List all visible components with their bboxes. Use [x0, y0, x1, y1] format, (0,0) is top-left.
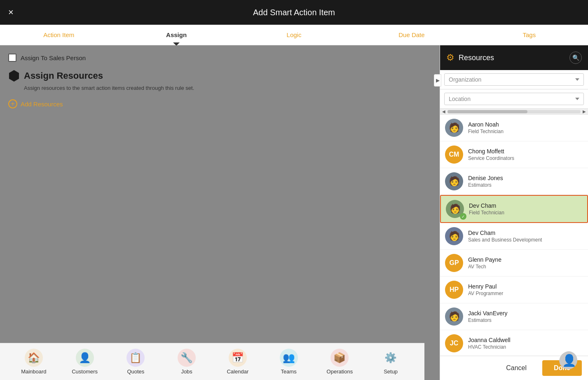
left-panel: Assign To Sales Person Assign Resources …	[0, 45, 440, 380]
nav-label-setup: Setup	[384, 368, 398, 375]
nav-label-operations: Operations	[327, 368, 353, 375]
search-button[interactable]: 🔍	[569, 52, 582, 64]
hexagon-icon	[8, 70, 20, 82]
add-resources-label: Add Resources	[21, 101, 63, 108]
resource-role-dev-cham-sales: Sales and Business Development	[468, 237, 583, 243]
organization-select[interactable]: Organization	[444, 73, 584, 86]
tab-assign[interactable]: Assign	[117, 25, 235, 45]
setup-icon: ⚙️	[384, 352, 397, 364]
avatar-initials-henry-paul: HP	[445, 281, 463, 299]
avatar-initials-joanna-caldwell: JC	[445, 334, 463, 352]
assign-sales-person-checkbox[interactable]	[8, 54, 16, 62]
resource-item-dev-cham-sales[interactable]: 🧑 Dev Cham Sales and Business Developmen…	[440, 223, 588, 250]
resource-role-aaron-noah: Field Technician	[468, 129, 583, 134]
resource-name-glenn-payne: Glenn Payne	[468, 256, 583, 263]
resource-role-denise-jones: Estimators	[468, 182, 583, 188]
plus-icon: +	[8, 99, 17, 108]
location-select[interactable]: Location	[444, 93, 584, 105]
resource-info-glenn-payne: Glenn Payne AV Tech	[468, 256, 583, 270]
user-avatar[interactable]	[559, 351, 580, 372]
nav-item-mainboard[interactable]: 🏠 Mainboard	[19, 349, 48, 375]
resource-info-dev-cham-ft: Dev Cham Field Technician	[469, 202, 582, 216]
avatar-photo-dev-cham-sales: 🧑	[445, 227, 463, 245]
resource-name-aaron-noah: Aaron Noah	[468, 121, 583, 128]
resource-role-jacki-vanevery: Estimators	[468, 317, 583, 323]
assign-sales-person-row: Assign To Sales Person	[8, 54, 431, 62]
customers-icon: 👤	[79, 352, 91, 364]
avatar-initials-chong-moffett: CM	[445, 145, 463, 164]
nav-item-quotes[interactable]: 📋 Quotes	[121, 349, 150, 375]
modal-overlay: × Add Smart Action Item Action Item Assi…	[0, 0, 588, 380]
nav-item-operations[interactable]: 📦 Operations	[325, 349, 354, 375]
bottom-nav: 🏠 Mainboard 👤 Customers 📋 Quotes 🔧 Jobs …	[0, 343, 424, 380]
nav-item-setup[interactable]: ⚙️ Setup	[376, 349, 405, 375]
search-icon: 🔍	[572, 54, 579, 61]
cancel-button[interactable]: Cancel	[494, 360, 538, 376]
tab-logic[interactable]: Logic	[235, 25, 353, 45]
modal-header: × Add Smart Action Item	[0, 0, 588, 25]
resources-panel-header: ⚙ Resources 🔍	[440, 45, 588, 70]
resource-info-chong-moffett: Chong Moffett Service Coordinators	[468, 148, 583, 161]
resource-item-henry-paul[interactable]: HP Henry Paul AV Programmer	[440, 277, 588, 303]
avatar-photo-jacki-vanevery: 🧑	[445, 307, 463, 326]
avatar-photo-aaron-noah: 🧑	[445, 119, 463, 137]
nav-item-calendar[interactable]: 📅 Calendar	[223, 349, 252, 375]
close-button[interactable]: ×	[8, 8, 14, 17]
tab-tags[interactable]: Tags	[471, 25, 588, 45]
assign-resources-title-text: Assign Resources	[24, 70, 103, 81]
modal-title: Add Smart Action Item	[253, 8, 335, 17]
resource-role-chong-moffett: Service Coordinators	[468, 155, 583, 161]
avatar-initials-glenn-payne: GP	[445, 254, 463, 272]
teams-icon: 👥	[283, 352, 295, 364]
resource-name-dev-cham-sales: Dev Cham	[468, 230, 583, 236]
resource-name-jacki-vanevery: Jacki VanEvery	[468, 310, 583, 317]
nav-label-jobs: Jobs	[181, 368, 192, 375]
nav-item-jobs[interactable]: 🔧 Jobs	[172, 349, 201, 375]
resource-name-henry-paul: Henry Paul	[468, 283, 583, 290]
organization-filter-row: Organization	[440, 70, 588, 89]
resource-item-jacki-vanevery[interactable]: 🧑 Jacki VanEvery Estimators	[440, 303, 588, 330]
scroll-right-arrow[interactable]: ▶	[583, 109, 586, 114]
assign-resources-desc: Assign resources to the smart action ite…	[24, 85, 431, 91]
resource-info-henry-paul: Henry Paul AV Programmer	[468, 283, 583, 296]
assign-resources-header: Assign Resources	[8, 70, 431, 82]
tabs-bar: Action Item Assign Logic Due Date Tags	[0, 25, 588, 45]
nav-icon-quotes: 📋	[127, 349, 145, 367]
quotes-icon: 📋	[129, 352, 142, 364]
resource-item-denise-jones[interactable]: 🧑 Denise Jones Estimators	[440, 168, 588, 195]
right-panel: ⚙ Resources 🔍 ▶ Organization Location	[440, 45, 588, 380]
jobs-icon: 🔧	[180, 352, 193, 364]
resource-info-aaron-noah: Aaron Noah Field Technician	[468, 121, 583, 134]
resource-list: 🧑 Aaron Noah Field Technician CM Chong M…	[440, 115, 588, 356]
resource-info-dev-cham-sales: Dev Cham Sales and Business Development	[468, 230, 583, 243]
resource-role-dev-cham-ft: Field Technician	[469, 210, 582, 216]
main-content: Assign To Sales Person Assign Resources …	[0, 45, 588, 380]
resource-info-joanna-caldwell: Joanna Caldwell HVAC Technician	[468, 337, 583, 350]
scroll-left-arrow[interactable]: ◀	[442, 109, 445, 114]
resource-role-glenn-payne: AV Tech	[468, 264, 583, 270]
nav-icon-operations: 📦	[330, 349, 349, 367]
gear-icon: ⚙	[446, 52, 454, 63]
resources-panel-title: Resources	[459, 54, 565, 62]
nav-label-calendar: Calendar	[227, 368, 248, 375]
scroll-thumb	[447, 110, 527, 113]
nav-icon-mainboard: 🏠	[25, 349, 43, 367]
nav-item-customers[interactable]: 👤 Customers	[70, 349, 99, 375]
assign-sales-person-label: Assign To Sales Person	[21, 54, 86, 61]
resource-info-denise-jones: Denise Jones Estimators	[468, 175, 583, 188]
operations-icon: 📦	[333, 352, 346, 364]
resource-info-jacki-vanevery: Jacki VanEvery Estimators	[468, 310, 583, 323]
nav-item-teams[interactable]: 👥 Teams	[274, 349, 303, 375]
resource-item-glenn-payne[interactable]: GP Glenn Payne AV Tech	[440, 250, 588, 277]
nav-label-mainboard: Mainboard	[21, 368, 46, 375]
resource-item-chong-moffett[interactable]: CM Chong Moffett Service Coordinators	[440, 141, 588, 168]
resource-item-dev-cham-ft[interactable]: 🧑 ✓ Dev Cham Field Technician	[440, 195, 588, 223]
nav-icon-calendar: 📅	[229, 349, 247, 367]
horizontal-scrollbar: ◀ ▶	[440, 109, 588, 115]
resource-item-aaron-noah[interactable]: 🧑 Aaron Noah Field Technician	[440, 115, 588, 141]
tab-action-item[interactable]: Action Item	[0, 25, 117, 45]
add-resources-button[interactable]: + Add Resources	[8, 99, 63, 108]
tab-due-date[interactable]: Due Date	[353, 25, 470, 45]
collapse-toggle[interactable]: ▶	[434, 74, 441, 87]
nav-icon-teams: 👥	[280, 349, 298, 367]
